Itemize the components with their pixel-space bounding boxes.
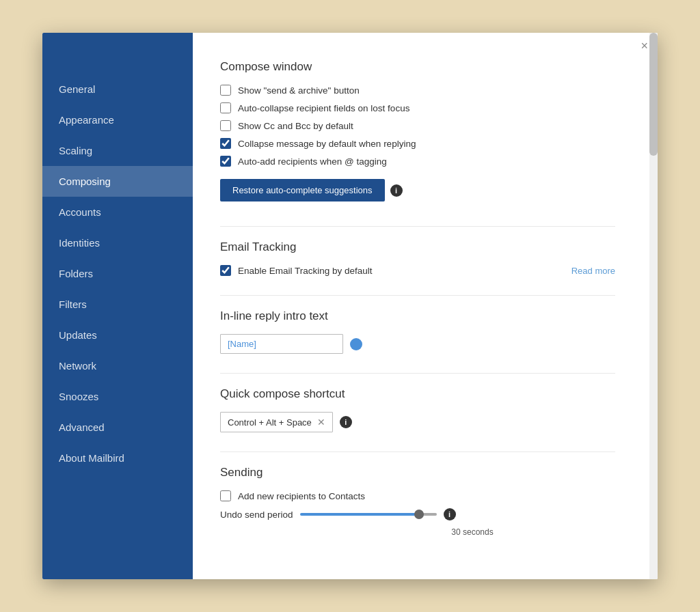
add-recipients-label[interactable]: Add new recipients to Contacts [238, 491, 365, 501]
auto-collapse-label[interactable]: Auto-collapse recipient fields on lost f… [238, 103, 409, 113]
close-button[interactable]: × [641, 40, 648, 52]
divider-1 [220, 226, 615, 227]
divider-4 [220, 451, 615, 452]
enable-tracking-checkbox[interactable] [220, 265, 231, 276]
settings-window: GeneralAppearanceScalingComposingAccount… [42, 33, 658, 579]
add-recipients-row: Add new recipients to Contacts [220, 490, 615, 501]
auto-collapse-checkbox[interactable] [220, 102, 231, 113]
shortcut-row: Control + Alt + Space ✕ i [220, 412, 615, 432]
email-tracking-title: Email Tracking [220, 240, 615, 254]
content-inner: Compose window Show "send & archive" but… [193, 33, 649, 579]
auto-add-recipients-checkbox[interactable] [220, 156, 231, 167]
read-more-link[interactable]: Read more [571, 266, 615, 276]
email-tracking-row: Enable Email Tracking by default Read mo… [220, 265, 615, 276]
collapse-message-checkbox[interactable] [220, 138, 231, 149]
restore-row: Restore auto-complete suggestions i [220, 173, 615, 207]
compose-window-title: Compose window [220, 60, 615, 74]
quick-compose-title: Quick compose shortcut [220, 387, 615, 401]
shortcut-text: Control + Alt + Space [228, 417, 312, 428]
sidebar-item-accounts[interactable]: Accounts [42, 197, 193, 227]
undo-send-slider[interactable] [300, 513, 437, 516]
email-tracking-section: Email Tracking Enable Email Tracking by … [220, 240, 615, 276]
undo-send-label: Undo send period [220, 510, 293, 520]
checkbox-row-show-send-archive: Show "send & archive" button [220, 85, 615, 96]
sidebar-item-filters[interactable]: Filters [42, 289, 193, 320]
sidebar-item-composing[interactable]: Composing [42, 166, 193, 197]
sidebar: GeneralAppearanceScalingComposingAccount… [42, 33, 193, 579]
checkbox-row-show-cc-bcc: Show Cc and Bcc by default [220, 120, 615, 131]
content-panel: × Compose window Show "send & archive" b… [193, 33, 658, 579]
checkbox-row-collapse-message: Collapse message by default when replyin… [220, 138, 615, 149]
show-send-archive-checkbox[interactable] [220, 85, 231, 96]
shortcut-clear-icon[interactable]: ✕ [317, 417, 325, 428]
sidebar-item-about[interactable]: About Mailbird [42, 443, 193, 473]
divider-3 [220, 373, 615, 374]
checkbox-row-auto-add-recipients: Auto-add recipients when @ tagging [220, 156, 615, 167]
sending-title: Sending [220, 466, 615, 479]
inline-reply-title: In-line reply intro text [220, 309, 615, 323]
show-send-archive-label[interactable]: Show "send & archive" button [238, 85, 360, 96]
shortcut-input-box[interactable]: Control + Alt + Space ✕ [220, 412, 333, 432]
sidebar-item-network[interactable]: Network [42, 350, 193, 381]
sending-section: Sending Add new recipients to Contacts U… [220, 466, 615, 537]
show-cc-bcc-label[interactable]: Show Cc and Bcc by default [238, 121, 353, 131]
sidebar-item-identities[interactable]: Identities [42, 227, 193, 258]
undo-send-seconds: 30 seconds [329, 527, 615, 537]
scrollbar-thumb[interactable] [649, 33, 658, 156]
sidebar-item-appearance[interactable]: Appearance [42, 105, 193, 135]
add-recipients-checkbox[interactable] [220, 490, 231, 501]
shortcut-info-icon[interactable]: i [340, 416, 352, 428]
undo-send-info-icon[interactable]: i [444, 508, 456, 520]
email-tracking-left: Enable Email Tracking by default [220, 265, 373, 276]
slider-wrap [300, 513, 437, 516]
collapse-message-label[interactable]: Collapse message by default when replyin… [238, 139, 416, 149]
restore-info-icon[interactable]: i [390, 184, 403, 197]
scrollbar-track[interactable] [649, 33, 658, 579]
sidebar-item-snoozes[interactable]: Snoozes [42, 381, 193, 412]
show-cc-bcc-checkbox[interactable] [220, 120, 231, 131]
quick-compose-section: Quick compose shortcut Control + Alt + S… [220, 387, 615, 432]
inline-reply-input[interactable] [220, 334, 343, 354]
compose-window-section: Compose window Show "send & archive" but… [220, 60, 615, 207]
inline-reply-dot[interactable] [350, 338, 362, 350]
sidebar-item-advanced[interactable]: Advanced [42, 412, 193, 443]
auto-add-recipients-label[interactable]: Auto-add recipients when @ tagging [238, 156, 387, 167]
enable-tracking-label[interactable]: Enable Email Tracking by default [238, 266, 373, 276]
sidebar-item-general[interactable]: General [42, 74, 193, 105]
divider-2 [220, 295, 615, 296]
restore-autocomplete-button[interactable]: Restore auto-complete suggestions [220, 179, 385, 201]
sidebar-item-updates[interactable]: Updates [42, 320, 193, 350]
inline-reply-row [220, 334, 615, 354]
inline-reply-section: In-line reply intro text [220, 309, 615, 354]
sidebar-item-scaling[interactable]: Scaling [42, 135, 193, 166]
checkbox-row-auto-collapse: Auto-collapse recipient fields on lost f… [220, 102, 615, 113]
undo-send-row: Undo send period i [220, 508, 615, 520]
sidebar-item-folders[interactable]: Folders [42, 258, 193, 289]
